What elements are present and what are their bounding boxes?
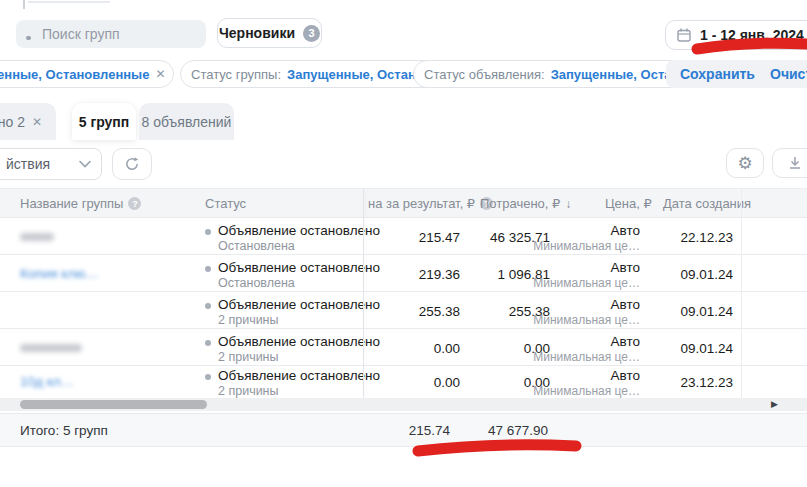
table-row[interactable]: Объявление остановлено 2 причины 255.38 … <box>0 293 807 329</box>
refresh-icon <box>124 156 140 172</box>
horizontal-scrollbar[interactable]: ▶ <box>0 398 807 411</box>
table-row[interactable]: Копия клю… Объявление остановлено Остано… <box>0 256 807 292</box>
column-header-cost-per-result[interactable]: на за результат, ₽ ? <box>368 196 493 211</box>
tab-groups[interactable]: 5 групп <box>72 103 136 140</box>
redacted-group-name <box>20 344 82 352</box>
settings-button[interactable]: ⚙ <box>726 148 764 178</box>
price-cell: Авто Минимальная це… <box>520 297 640 327</box>
sort-desc-icon: ↓ <box>565 197 571 211</box>
refresh-button[interactable] <box>112 148 152 180</box>
price-cell: Авто Минимальная це… <box>520 368 640 398</box>
substatus-text: Остановлена <box>218 276 295 290</box>
search-icon <box>26 36 31 40</box>
price-cell: Авто Минимальная це… <box>520 260 640 290</box>
table-row[interactable]: Объявление остановлено Остановлена 215.4… <box>0 219 807 255</box>
table-row[interactable]: 10д кл… Объявление остановлено 2 причины… <box>0 367 807 398</box>
substatus-text: Остановлена <box>218 239 295 253</box>
drafts-button-label: Черновики <box>219 25 295 41</box>
status-dot-icon <box>205 229 211 235</box>
tab-ads[interactable]: 8 объявлений <box>139 103 234 140</box>
tab-label: но 2 <box>0 114 25 130</box>
created-date: 23.12.23 <box>653 375 733 390</box>
export-button[interactable] <box>772 148 807 178</box>
save-filters-button[interactable]: Сохранить <box>666 60 769 88</box>
scrollbar-thumb[interactable] <box>20 400 207 409</box>
status-dot-icon <box>205 303 211 309</box>
filter-chip-label: Статус объявления: <box>424 67 545 82</box>
actions-dropdown-label: йствия <box>6 156 50 172</box>
help-icon[interactable]: ? <box>128 197 141 210</box>
created-date: 09.01.24 <box>653 304 733 319</box>
clear-filters-button[interactable]: Очистить <box>756 60 807 88</box>
close-icon[interactable]: ✕ <box>32 115 42 129</box>
date-range-label: 1 - 12 янв. 2024 <box>700 27 804 43</box>
price-cell: Авто Минимальная це… <box>520 334 640 364</box>
chevron-down-icon <box>79 160 91 168</box>
filter-chip-status: пущенные, Остановленные ✕ <box>0 60 174 88</box>
close-icon[interactable]: ✕ <box>155 67 165 81</box>
tab-label: 8 объявлений <box>142 114 232 130</box>
redacted-group-name <box>20 233 54 241</box>
column-header-status[interactable]: Статус <box>205 196 246 211</box>
column-divider <box>741 188 742 398</box>
filter-chip-value: пущенные, Остановленные <box>0 67 149 82</box>
calendar-icon <box>676 27 692 43</box>
drafts-button[interactable]: Черновики 3 <box>217 18 322 48</box>
column-header-name[interactable]: Название группы ? <box>20 196 141 211</box>
scroll-right-icon[interactable]: ▶ <box>771 399 778 409</box>
table-header: Название группы ? Статус на за результат… <box>0 188 807 218</box>
status-dot-icon <box>205 340 211 346</box>
drafts-count-badge: 3 <box>303 25 320 42</box>
status-text: Объявление остановлено <box>218 368 380 383</box>
totals-cost-per-result: 215.74 <box>360 423 450 438</box>
table-totals-row: Итого: 5 групп 215.74 47 677.90 <box>0 413 807 447</box>
status-dot-icon <box>205 374 211 380</box>
status-text: Объявление остановлено <box>218 260 380 275</box>
cost-per-result-value: 0.00 <box>368 341 460 356</box>
status-dot-icon <box>205 266 211 272</box>
created-date: 22.12.23 <box>653 230 733 245</box>
cost-per-result-value: 0.00 <box>368 375 460 390</box>
tab-selected-filter[interactable]: но 2 ✕ <box>0 103 56 140</box>
totals-spent: 47 677.90 <box>458 423 548 438</box>
status-text: Объявление остановлено <box>218 223 380 238</box>
substatus-text: 2 причины <box>218 350 279 364</box>
frozen-pane-divider <box>363 188 364 398</box>
cropped-element-fragment <box>23 0 25 9</box>
substatus-text: 2 причины <box>218 313 279 327</box>
group-name-link[interactable]: Копия клю… <box>20 266 99 281</box>
download-icon <box>787 155 803 171</box>
search-input[interactable] <box>16 20 206 48</box>
column-header-spent[interactable]: Потрачено, ₽ ↓ <box>480 196 571 211</box>
cropped-element-fragment <box>28 1 110 3</box>
status-text: Объявление остановлено <box>218 297 380 312</box>
tab-label: 5 групп <box>79 114 130 130</box>
status-text: Объявление остановлено <box>218 334 380 349</box>
table-row[interactable]: Объявление остановлено 2 причины 0.00 0.… <box>0 330 807 366</box>
column-header-created[interactable]: Дата создания <box>663 196 751 211</box>
totals-label: Итого: 5 групп <box>20 423 108 438</box>
cost-per-result-value: 219.36 <box>368 267 460 282</box>
substatus-text: 2 причины <box>218 384 279 398</box>
cost-per-result-value: 215.47 <box>368 230 460 245</box>
column-header-price[interactable]: Цена, ₽ <box>605 196 652 211</box>
filter-chip-label: Статус группы: <box>191 67 281 82</box>
actions-dropdown[interactable]: йствия <box>0 148 102 180</box>
gear-icon: ⚙ <box>737 153 752 174</box>
created-date: 09.01.24 <box>653 341 733 356</box>
created-date: 09.01.24 <box>653 267 733 282</box>
price-cell: Авто Минимальная це… <box>520 223 640 253</box>
ads-manager-screen: Черновики 3 1 - 12 янв. 2024 пущенные, О… <box>0 0 807 487</box>
group-name-link[interactable]: 10д кл… <box>20 374 74 389</box>
cost-per-result-value: 255.38 <box>368 304 460 319</box>
date-range-picker[interactable]: 1 - 12 янв. 2024 <box>665 20 807 50</box>
